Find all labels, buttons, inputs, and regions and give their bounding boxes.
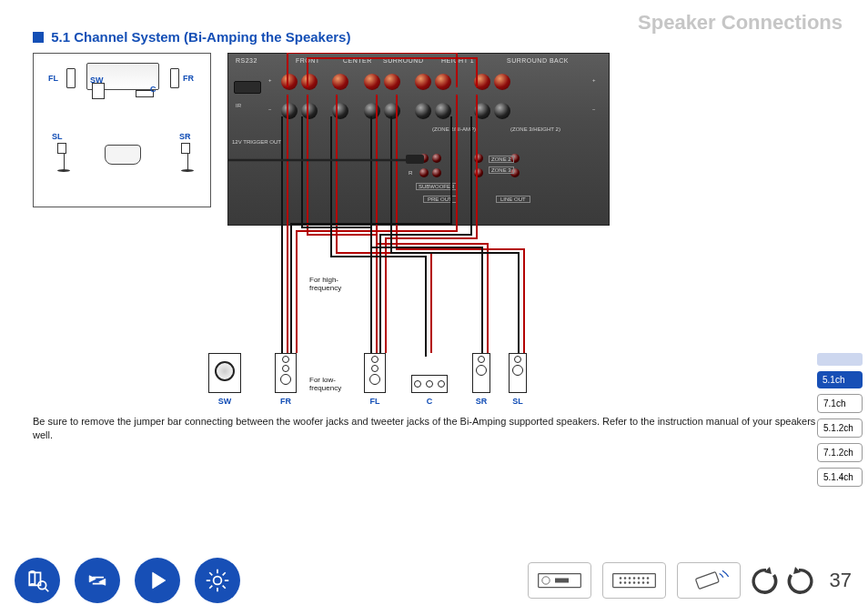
c-lbl: C bbox=[409, 397, 449, 406]
front-group-label: FRONT bbox=[296, 57, 320, 64]
svg-point-18 bbox=[632, 581, 635, 584]
low-freq-note: For low- frequency bbox=[309, 377, 341, 393]
front-panel-button[interactable] bbox=[528, 562, 591, 599]
binding-posts-negative bbox=[279, 103, 512, 123]
sw-label: SW bbox=[90, 76, 104, 85]
preout-label: PRE OUT bbox=[423, 196, 457, 203]
minus-label-2: − bbox=[592, 106, 596, 112]
height1-group-label: HEIGHT 1 bbox=[441, 57, 474, 64]
c-speaker: C bbox=[409, 353, 449, 406]
rca-jack bbox=[474, 168, 483, 177]
tab-5-1-2ch[interactable]: 5.1.2ch bbox=[817, 418, 863, 438]
rear-panel-icon bbox=[611, 568, 657, 593]
svg-rect-7 bbox=[612, 574, 655, 588]
sr-label: SR bbox=[179, 132, 191, 141]
fr-speaker-icon bbox=[170, 68, 179, 88]
room-layout-diagram: FL FR SW C SL SR bbox=[33, 53, 211, 207]
rs232-label: RS232 bbox=[236, 57, 257, 64]
wiring-diagram: RS232 FRONT CENTER SURROUND HEIGHT 1 SUR… bbox=[227, 53, 610, 408]
forward-arrow-icon bbox=[786, 565, 817, 596]
settings-icon bbox=[205, 568, 230, 593]
surrback-group-label: SURROUND BACK bbox=[507, 57, 569, 64]
svg-point-19 bbox=[637, 581, 640, 584]
ir-label: IR bbox=[236, 103, 241, 108]
svg-point-12 bbox=[637, 577, 640, 580]
sl-speaker: SL bbox=[502, 353, 533, 406]
prev-page-button[interactable] bbox=[748, 565, 779, 596]
amp-rear-panel: RS232 FRONT CENTER SURROUND HEIGHT 1 SUR… bbox=[227, 53, 610, 226]
cables-button[interactable] bbox=[75, 558, 120, 603]
tab-spacer bbox=[817, 353, 863, 366]
play-icon bbox=[145, 568, 170, 593]
svg-point-3 bbox=[214, 577, 222, 585]
fr-speaker: FR bbox=[267, 353, 304, 406]
manual-search-icon bbox=[25, 568, 50, 593]
plus-label-2: + bbox=[592, 77, 596, 83]
section-title: 5.1 Channel System (Bi-Amping the Speake… bbox=[33, 29, 350, 45]
page-header-title: Speaker Connections bbox=[638, 11, 843, 35]
sl-label: SL bbox=[52, 132, 63, 141]
minus-label-1: − bbox=[268, 106, 272, 112]
sl-speaker-icon bbox=[57, 143, 70, 172]
fr-label: FR bbox=[183, 74, 194, 83]
center-group-label: CENTER bbox=[343, 57, 372, 64]
svg-rect-22 bbox=[695, 572, 719, 590]
svg-point-17 bbox=[628, 581, 631, 584]
sl-lbl: SL bbox=[502, 397, 533, 406]
fl-speaker: FL bbox=[357, 353, 393, 406]
sr-lbl: SR bbox=[466, 397, 497, 406]
sw-speaker: SW bbox=[204, 353, 246, 406]
tab-7-1ch[interactable]: 7.1ch bbox=[817, 394, 863, 413]
tab-5-1ch[interactable]: 5.1ch bbox=[817, 371, 863, 388]
rs232-port-icon bbox=[234, 81, 261, 94]
tab-5-1-4ch[interactable]: 5.1.4ch bbox=[817, 468, 863, 487]
lineout-label: LINE OUT bbox=[496, 196, 530, 203]
zone2-label: ZONE 2 bbox=[489, 156, 514, 163]
svg-point-9 bbox=[623, 577, 626, 580]
back-arrow-icon bbox=[748, 565, 779, 596]
sw-lbl: SW bbox=[204, 397, 246, 406]
play-button[interactable] bbox=[135, 558, 180, 603]
sofa-icon bbox=[105, 145, 141, 165]
next-page-button[interactable] bbox=[786, 565, 817, 596]
high-freq-note: For high- frequency bbox=[309, 277, 341, 293]
svg-point-21 bbox=[646, 581, 649, 584]
body-paragraph: Be sure to remove the jumper bar connect… bbox=[33, 415, 843, 443]
surround-group-label: SURROUND bbox=[383, 57, 423, 64]
svg-rect-6 bbox=[555, 579, 569, 583]
fl-speaker-icon bbox=[66, 68, 76, 88]
remote-icon bbox=[686, 568, 732, 593]
sub-label: SUBWOOFER bbox=[416, 183, 457, 190]
cables-icon bbox=[85, 568, 110, 593]
zone3-h2-label: (ZONE 3/HEIGHT 2) bbox=[510, 126, 560, 132]
zone2-biamp-label: (ZONE 2/BI-AMP) bbox=[432, 126, 476, 132]
svg-point-5 bbox=[541, 577, 549, 584]
rca-jack bbox=[419, 168, 429, 177]
plus-label-1: + bbox=[268, 77, 272, 83]
section-bullet-icon bbox=[33, 32, 44, 43]
remote-button[interactable] bbox=[677, 562, 741, 599]
svg-point-15 bbox=[619, 581, 621, 584]
rca-jack bbox=[432, 168, 441, 177]
manual-search-button[interactable] bbox=[15, 558, 60, 603]
svg-point-13 bbox=[641, 577, 644, 580]
r-label: R bbox=[409, 170, 412, 176]
sw-speaker-icon bbox=[92, 83, 105, 99]
svg-point-14 bbox=[646, 577, 649, 580]
tab-7-1-2ch[interactable]: 7.1.2ch bbox=[817, 443, 863, 462]
rca-jack bbox=[432, 154, 441, 163]
bottom-nav: 37 bbox=[0, 553, 868, 608]
rear-panel-button[interactable] bbox=[602, 562, 666, 599]
fl-label: FL bbox=[48, 74, 58, 83]
l-label: L bbox=[409, 156, 411, 161]
front-panel-icon bbox=[537, 568, 582, 593]
rca-jack bbox=[419, 154, 429, 163]
svg-point-10 bbox=[628, 577, 631, 580]
section-title-text: 5.1 Channel System (Bi-Amping the Speake… bbox=[51, 29, 350, 45]
c-label: C bbox=[150, 85, 156, 94]
settings-button[interactable] bbox=[195, 558, 240, 603]
svg-point-11 bbox=[632, 577, 635, 580]
rca-jack bbox=[474, 154, 483, 163]
trigger-label: 12V TRIGGER OUT bbox=[232, 139, 281, 145]
fr-lbl: FR bbox=[267, 397, 304, 406]
